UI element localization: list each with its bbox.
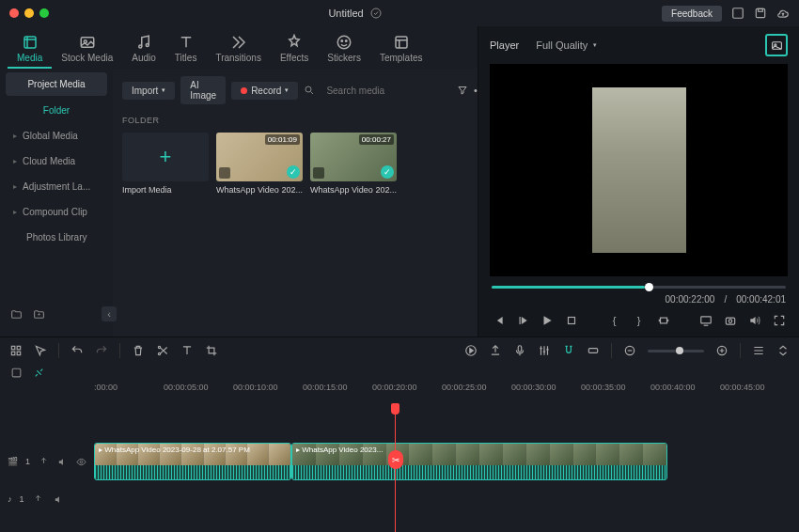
media-sidebar: Project Media Folder ▸Global Media ▸Clou… [0,69,113,336]
svg-rect-3 [759,8,763,11]
track-export-icon[interactable] [32,493,45,506]
sidebar-cloud-media[interactable]: ▸Cloud Media [6,149,107,174]
tab-effects[interactable]: Effects [271,30,318,69]
svg-rect-23 [11,352,15,355]
delete-icon[interactable] [132,344,145,357]
text-icon[interactable] [180,344,194,357]
player-scrubber[interactable] [492,286,786,289]
prev-frame-icon[interactable] [492,314,505,327]
collapse-sidebar-icon[interactable]: ‹ [102,306,117,321]
marker-add-icon[interactable] [489,344,502,357]
svg-rect-2 [756,8,764,17]
unlink-icon[interactable] [32,366,45,379]
audio-track-icon: ♪ [8,494,12,504]
svg-point-10 [341,40,343,42]
sidebar-compound-clip[interactable]: ▸Compound Clip [6,199,107,225]
media-clip-2[interactable]: 00:00:27✓ WhatsApp Video 202... [310,133,397,195]
folder-label[interactable]: Folder [6,98,107,123]
import-dropdown[interactable]: Import▾ [122,82,175,100]
sidebar-adjustment-layer[interactable]: ▸Adjustment La... [6,174,107,199]
tab-templates[interactable]: Templates [370,30,432,69]
volume-icon[interactable] [748,314,761,327]
tab-stock-media[interactable]: Stock Media [52,30,122,69]
maximize-window[interactable] [39,8,49,18]
settings-icon[interactable] [776,344,790,357]
select-tool-icon[interactable] [34,344,47,357]
timeline-clip-1[interactable]: ▸ WhatsApp Video 2023-09-28 at 2.07.57 P… [94,443,291,480]
ai-image-button[interactable]: AI Image [180,76,226,104]
filter-icon[interactable] [457,84,468,97]
zoom-out-icon[interactable] [623,344,636,357]
timeline-ruler[interactable]: :00:00 00:00:05:00 00:00:10:00 00:00:15:… [0,381,799,403]
clip-range-icon[interactable] [657,314,670,327]
play-icon[interactable] [540,314,554,327]
import-media-card[interactable]: + Import Media [122,133,209,195]
media-clip-1[interactable]: 00:01:09✓ WhatsApp Video 202... [216,133,303,195]
new-folder-icon[interactable] [9,307,23,321]
search-input[interactable] [321,82,451,100]
minimize-window[interactable] [24,8,34,18]
zoom-slider[interactable] [648,350,704,352]
audio-track[interactable] [94,482,799,520]
mark-in-icon[interactable]: { [608,314,621,327]
svg-point-8 [146,44,149,47]
track-export-icon[interactable] [38,455,49,468]
video-track-icon: 🎬 [8,457,18,466]
audio-mixer-icon[interactable] [538,344,551,357]
video-track-header[interactable]: 🎬1 [0,443,94,480]
player-label: Player [490,39,519,51]
display-icon[interactable] [699,314,713,327]
svg-point-20 [728,320,732,323]
cloud-upload-icon[interactable] [776,7,790,20]
timeline-lock-icon[interactable] [9,366,23,379]
video-track[interactable]: ▸ WhatsApp Video 2023-09-28 at 2.07.57 P… [94,443,799,480]
track-options-icon[interactable] [9,344,23,357]
snap-icon[interactable] [562,344,575,357]
feedback-button[interactable]: Feedback [662,6,722,22]
undo-icon[interactable] [70,344,84,357]
new-bin-icon[interactable] [32,307,45,321]
record-dropdown[interactable]: Record▾ [231,82,298,100]
audio-track-header[interactable]: ♪1 [0,480,94,518]
quality-dropdown[interactable]: Full Quality▾ [536,39,597,51]
svg-rect-22 [17,346,21,350]
tab-stickers[interactable]: Stickers [318,30,370,69]
tab-titles[interactable]: Titles [165,30,207,69]
svg-point-33 [80,461,83,463]
project-title: Untitled [49,7,662,20]
track-visible-icon[interactable] [75,455,86,468]
link-icon[interactable] [587,344,600,357]
capture-icon[interactable] [724,314,737,327]
split-icon[interactable] [156,344,169,357]
search-icon [304,84,315,97]
tab-transitions[interactable]: Transitions [206,30,271,69]
view-mode-icon[interactable] [752,344,765,357]
fullscreen-icon[interactable] [773,314,786,327]
close-window[interactable] [9,8,19,18]
zoom-in-icon[interactable] [715,344,728,357]
snapshot-button[interactable] [765,34,788,56]
play-from-start-icon[interactable] [516,314,529,327]
sidebar-photos-library[interactable]: Photos Library [6,225,107,250]
sidebar-global-media[interactable]: ▸Global Media [6,123,107,149]
save-icon[interactable] [754,7,767,20]
redo-icon[interactable] [95,344,108,357]
voiceover-icon[interactable] [513,344,526,357]
svg-rect-28 [518,346,522,352]
tab-audio[interactable]: Audio [122,30,165,69]
timeline-clip-2[interactable]: ▸ WhatsApp Video 2023... [291,443,667,480]
layout-icon[interactable] [731,7,744,20]
track-mute-icon[interactable] [53,493,66,506]
render-icon[interactable] [464,344,478,357]
mark-out-icon[interactable]: } [633,314,646,327]
track-mute-icon[interactable] [56,455,68,468]
preview-viewport[interactable] [490,64,788,276]
tab-media[interactable]: Media [8,30,52,69]
project-media-button[interactable]: Project Media [6,72,107,96]
svg-point-9 [337,36,351,49]
window-controls [9,8,49,18]
crop-icon[interactable] [205,344,218,357]
sync-status-icon [369,7,383,20]
cut-marker[interactable]: ✂ [388,450,403,469]
stop-icon[interactable] [565,314,578,327]
